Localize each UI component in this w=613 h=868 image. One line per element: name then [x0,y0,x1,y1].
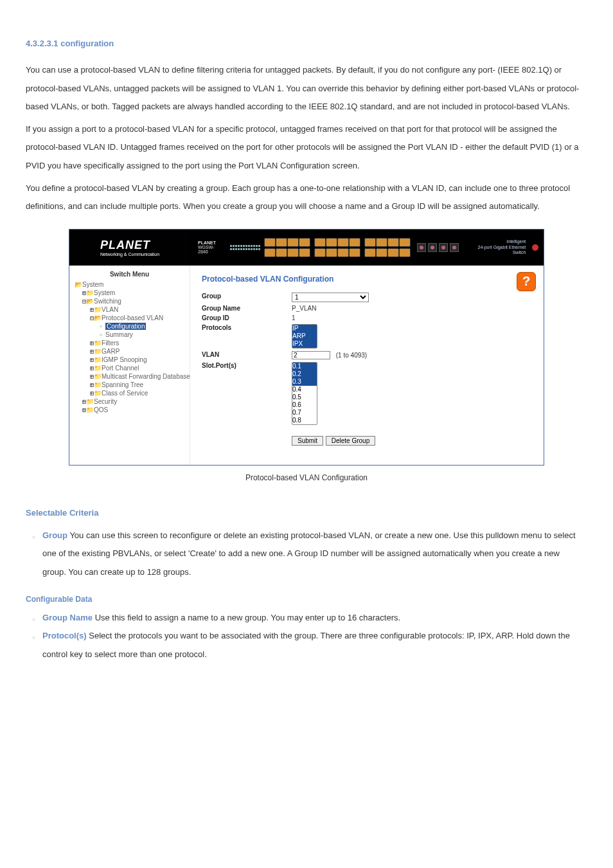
group-name-value: P_VLAN [292,305,532,312]
nav-summary[interactable]: ▫Summary [75,330,187,339]
nav-system[interactable]: ⊞📁System [75,289,187,297]
field-protocols-desc: Select the protocols you want to be asso… [42,631,570,659]
screenshot-figure: Help PLANET Networking & Communication P… [69,229,544,466]
nav-pbv[interactable]: ⊟📂Protocol-based VLAN [75,314,187,322]
nav-igmp[interactable]: ⊞📁IGMP Snooping [75,356,187,364]
nav-configuration[interactable]: ▫Configuration [75,322,187,330]
group-id-value: 1 [292,314,532,321]
slotport-label: Slot.Port(s) [202,362,292,425]
port-group-3 [364,238,411,257]
nav-switching[interactable]: ⊟📂Switching [75,297,187,305]
port-group-2 [314,238,360,257]
nav-filters[interactable]: ⊞📁Filters [75,339,187,347]
bullet-icon: ○ [32,609,42,628]
port-group-1 [264,238,310,257]
sfp-ports [417,243,459,252]
field-group-name-row: ○ Group Name Use this field to assign a … [32,609,587,628]
protocols-label: Protocols [202,324,292,348]
group-select[interactable]: 1 [292,293,369,302]
nav-security[interactable]: ⊞📁Security [75,397,187,406]
configurable-heading: Configurable Data [26,595,587,604]
logo-text: PLANET [100,239,150,251]
nav-title: Switch Menu [69,266,190,280]
selectable-heading: Selectable Criteria [26,508,587,518]
figure-caption: Protocol-based VLAN Configuration [26,473,587,482]
section-heading: 4.3.2.3.1 configuration [26,39,587,48]
nav-garp[interactable]: ⊞📁GARP [75,347,187,356]
field-protocols-row: ○ Protocol(s) Select the protocols you w… [32,627,587,664]
group-label: Group [202,293,292,302]
vlan-input[interactable] [292,351,330,359]
field-protocols-name: Protocol(s) [42,631,87,640]
nav-spanning-tree[interactable]: ⊞📁Spanning Tree [75,381,187,389]
field-group-name: Group [42,530,67,540]
vlan-label: VLAN [202,351,292,359]
main-panel: ? Protocol-based VLAN Configuration Grou… [190,266,544,465]
status-leds [230,245,260,250]
model-label: PLANET WGSW-2840 [198,240,224,254]
submit-button[interactable]: Submit [292,436,323,446]
page-title: Protocol-based VLAN Configuration [202,275,532,284]
nav-qos[interactable]: ⊞📁QOS [75,406,187,414]
nav-cos[interactable]: ⊞📁Class of Service [75,389,187,397]
nav-system-root[interactable]: 📂System [75,280,187,289]
nav-sidebar: Switch Menu 📂System ⊞📁System ⊟📂Switching… [69,266,190,465]
bullet-icon: ○ [32,627,42,664]
group-id-label: Group ID [202,314,292,321]
nav-mcast[interactable]: ⊞📁Multicast Forwarding Database [75,372,187,381]
intro-paragraph-2: If you assign a port to a protocol-based… [26,120,587,176]
device-name: Intelligent 24-port Gigabit Ethernet Swi… [465,239,526,255]
bullet-icon: ○ [32,527,42,582]
group-name-label: Group Name [202,305,292,312]
device-banner: PLANET Networking & Communication PLANET… [69,230,544,266]
intro-paragraph-1: You can use a protocol-based VLAN to def… [26,61,587,116]
field-group: ○ Group You can use this screen to recon… [32,527,587,582]
field-groupname-desc: Use this field to assign a name to a new… [93,613,400,622]
brand-logo: PLANET Networking & Communication [69,230,190,266]
vlan-range: (1 to 4093) [336,352,367,359]
port-panel: PLANET WGSW-2840 [198,233,538,262]
reset-button-icon [532,244,538,251]
config-form: Group 1 Group Name P_VLAN Group ID 1 Pro… [202,293,532,425]
slotport-list[interactable]: 0.1 0.2 0.3 0.4 0.5 0.6 0.7 0.8 [292,362,317,425]
protocols-list[interactable]: IP ARP IPX [292,324,317,348]
logo-subtext: Networking & Communication [100,252,159,257]
delete-group-button[interactable]: Delete Group [326,436,375,446]
nav-vlan[interactable]: ⊞📁VLAN [75,305,187,314]
figure-container: Help PLANET Networking & Communication P… [26,229,587,466]
field-group-desc: You can use this screen to reconfigure o… [42,530,576,577]
nav-portchannel[interactable]: ⊞📁Port Channel [75,364,187,372]
help-icon[interactable]: ? [517,272,536,291]
intro-paragraph-3: You define a protocol-based VLAN by crea… [26,179,587,216]
field-groupname-name: Group Name [42,613,93,622]
